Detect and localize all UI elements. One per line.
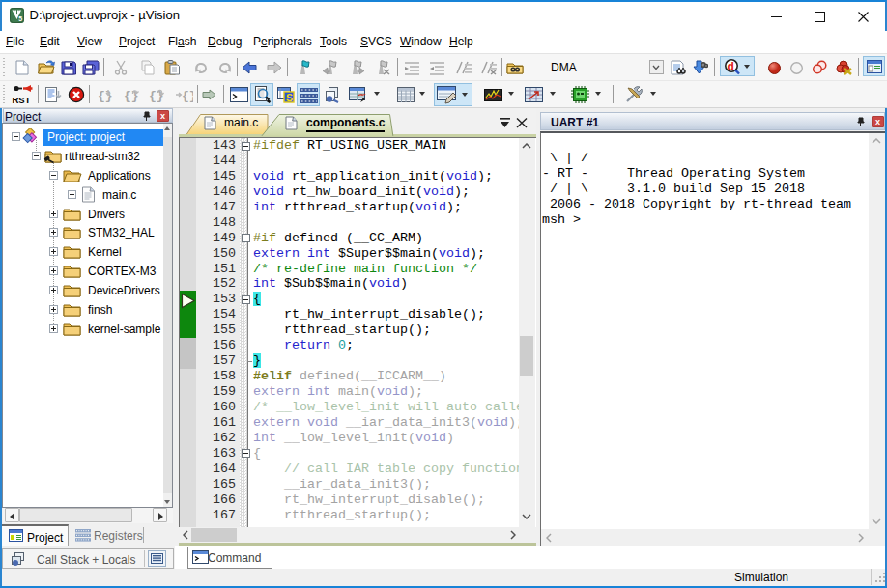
svg-text:d: d (728, 60, 734, 73)
svg-text:5: 5 (18, 15, 22, 22)
svg-text:{}: {} (182, 89, 193, 102)
svg-text:RST: RST (13, 95, 31, 105)
svg-text:{}: {} (98, 89, 113, 102)
svg-text:S: S (286, 91, 293, 102)
